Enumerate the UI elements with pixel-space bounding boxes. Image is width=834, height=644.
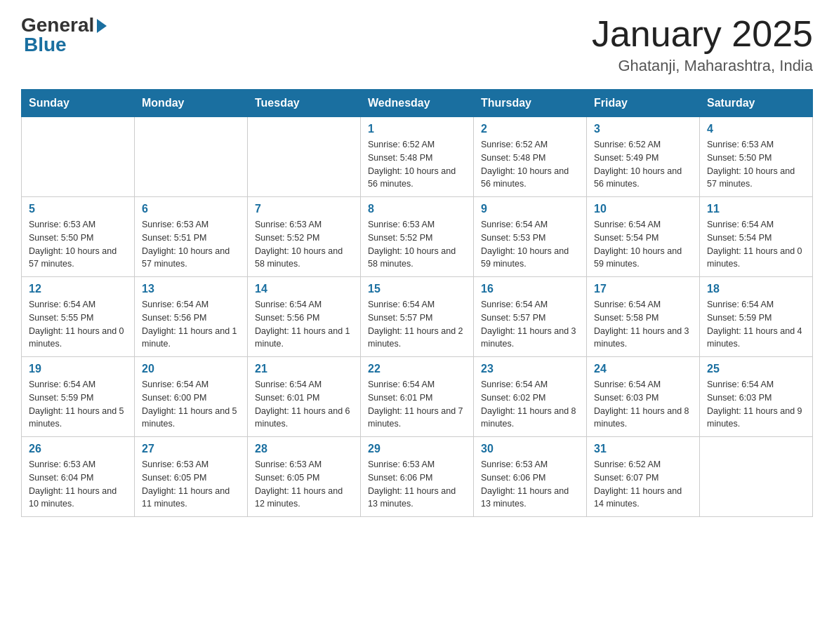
month-year-title: January 2025 xyxy=(592,14,813,54)
day-number: 30 xyxy=(481,443,579,455)
day-info: Sunrise: 6:54 AM Sunset: 5:58 PM Dayligh… xyxy=(594,298,692,351)
day-info: Sunrise: 6:53 AM Sunset: 5:51 PM Dayligh… xyxy=(142,218,240,271)
day-number: 9 xyxy=(481,203,579,215)
day-number: 22 xyxy=(368,363,466,375)
calendar-cell: 15Sunrise: 6:54 AM Sunset: 5:57 PM Dayli… xyxy=(361,277,474,357)
day-info: Sunrise: 6:52 AM Sunset: 5:48 PM Dayligh… xyxy=(368,138,466,191)
day-info: Sunrise: 6:54 AM Sunset: 5:57 PM Dayligh… xyxy=(368,298,466,351)
day-info: Sunrise: 6:54 AM Sunset: 5:54 PM Dayligh… xyxy=(594,218,692,271)
calendar-cell xyxy=(135,117,248,197)
calendar-cell: 14Sunrise: 6:54 AM Sunset: 5:56 PM Dayli… xyxy=(248,277,361,357)
calendar-cell: 6Sunrise: 6:53 AM Sunset: 5:51 PM Daylig… xyxy=(135,197,248,277)
calendar-cell: 16Sunrise: 6:54 AM Sunset: 5:57 PM Dayli… xyxy=(474,277,587,357)
calendar-cell: 27Sunrise: 6:53 AM Sunset: 6:05 PM Dayli… xyxy=(135,437,248,517)
calendar-cell: 4Sunrise: 6:53 AM Sunset: 5:50 PM Daylig… xyxy=(700,117,813,197)
header-cell-sunday: Sunday xyxy=(22,90,135,117)
day-info: Sunrise: 6:52 AM Sunset: 6:07 PM Dayligh… xyxy=(594,458,692,511)
calendar-cell: 28Sunrise: 6:53 AM Sunset: 6:05 PM Dayli… xyxy=(248,437,361,517)
calendar-body: 1Sunrise: 6:52 AM Sunset: 5:48 PM Daylig… xyxy=(22,117,813,517)
day-info: Sunrise: 6:54 AM Sunset: 5:59 PM Dayligh… xyxy=(707,298,805,351)
day-info: Sunrise: 6:54 AM Sunset: 6:00 PM Dayligh… xyxy=(142,378,240,431)
day-number: 1 xyxy=(368,123,466,135)
calendar-cell: 11Sunrise: 6:54 AM Sunset: 5:54 PM Dayli… xyxy=(700,197,813,277)
day-info: Sunrise: 6:53 AM Sunset: 5:52 PM Dayligh… xyxy=(255,218,353,271)
header-cell-wednesday: Wednesday xyxy=(361,90,474,117)
header-cell-tuesday: Tuesday xyxy=(248,90,361,117)
calendar-cell: 22Sunrise: 6:54 AM Sunset: 6:01 PM Dayli… xyxy=(361,357,474,437)
calendar-cell: 10Sunrise: 6:54 AM Sunset: 5:54 PM Dayli… xyxy=(587,197,700,277)
day-number: 11 xyxy=(707,203,805,215)
day-info: Sunrise: 6:53 AM Sunset: 5:50 PM Dayligh… xyxy=(29,218,127,271)
day-info: Sunrise: 6:54 AM Sunset: 6:02 PM Dayligh… xyxy=(481,378,579,431)
calendar-cell xyxy=(22,117,135,197)
day-number: 16 xyxy=(481,283,579,295)
header-cell-monday: Monday xyxy=(135,90,248,117)
calendar-week-1: 1Sunrise: 6:52 AM Sunset: 5:48 PM Daylig… xyxy=(22,117,813,197)
day-number: 28 xyxy=(255,443,353,455)
page-header: General Blue January 2025 Ghatanji, Maha… xyxy=(21,14,813,75)
day-info: Sunrise: 6:54 AM Sunset: 5:57 PM Dayligh… xyxy=(481,298,579,351)
calendar-cell: 2Sunrise: 6:52 AM Sunset: 5:48 PM Daylig… xyxy=(474,117,587,197)
day-info: Sunrise: 6:53 AM Sunset: 6:06 PM Dayligh… xyxy=(368,458,466,511)
day-info: Sunrise: 6:54 AM Sunset: 6:01 PM Dayligh… xyxy=(255,378,353,431)
day-number: 13 xyxy=(142,283,240,295)
calendar-cell: 18Sunrise: 6:54 AM Sunset: 5:59 PM Dayli… xyxy=(700,277,813,357)
day-info: Sunrise: 6:54 AM Sunset: 5:54 PM Dayligh… xyxy=(707,218,805,271)
day-info: Sunrise: 6:53 AM Sunset: 5:50 PM Dayligh… xyxy=(707,138,805,191)
calendar-cell: 20Sunrise: 6:54 AM Sunset: 6:00 PM Dayli… xyxy=(135,357,248,437)
day-info: Sunrise: 6:54 AM Sunset: 5:56 PM Dayligh… xyxy=(255,298,353,351)
day-number: 10 xyxy=(594,203,692,215)
day-info: Sunrise: 6:54 AM Sunset: 6:03 PM Dayligh… xyxy=(707,378,805,431)
calendar-cell: 24Sunrise: 6:54 AM Sunset: 6:03 PM Dayli… xyxy=(587,357,700,437)
header-cell-friday: Friday xyxy=(587,90,700,117)
logo: General Blue xyxy=(21,14,107,56)
day-number: 5 xyxy=(29,203,127,215)
calendar-cell: 1Sunrise: 6:52 AM Sunset: 5:48 PM Daylig… xyxy=(361,117,474,197)
day-number: 25 xyxy=(707,363,805,375)
day-info: Sunrise: 6:53 AM Sunset: 6:06 PM Dayligh… xyxy=(481,458,579,511)
day-number: 8 xyxy=(368,203,466,215)
calendar-cell: 7Sunrise: 6:53 AM Sunset: 5:52 PM Daylig… xyxy=(248,197,361,277)
day-info: Sunrise: 6:54 AM Sunset: 5:56 PM Dayligh… xyxy=(142,298,240,351)
day-number: 24 xyxy=(594,363,692,375)
calendar-week-2: 5Sunrise: 6:53 AM Sunset: 5:50 PM Daylig… xyxy=(22,197,813,277)
calendar-cell: 30Sunrise: 6:53 AM Sunset: 6:06 PM Dayli… xyxy=(474,437,587,517)
day-number: 29 xyxy=(368,443,466,455)
day-number: 3 xyxy=(594,123,692,135)
day-info: Sunrise: 6:53 AM Sunset: 6:05 PM Dayligh… xyxy=(255,458,353,511)
day-number: 20 xyxy=(142,363,240,375)
calendar-week-5: 26Sunrise: 6:53 AM Sunset: 6:04 PM Dayli… xyxy=(22,437,813,517)
calendar-cell: 17Sunrise: 6:54 AM Sunset: 5:58 PM Dayli… xyxy=(587,277,700,357)
day-info: Sunrise: 6:54 AM Sunset: 5:59 PM Dayligh… xyxy=(29,378,127,431)
header-row: SundayMondayTuesdayWednesdayThursdayFrid… xyxy=(22,90,813,117)
day-number: 4 xyxy=(707,123,805,135)
calendar-cell: 5Sunrise: 6:53 AM Sunset: 5:50 PM Daylig… xyxy=(22,197,135,277)
header-cell-thursday: Thursday xyxy=(474,90,587,117)
day-number: 17 xyxy=(594,283,692,295)
calendar-week-3: 12Sunrise: 6:54 AM Sunset: 5:55 PM Dayli… xyxy=(22,277,813,357)
calendar-cell: 9Sunrise: 6:54 AM Sunset: 5:53 PM Daylig… xyxy=(474,197,587,277)
calendar-cell xyxy=(248,117,361,197)
calendar-cell: 13Sunrise: 6:54 AM Sunset: 5:56 PM Dayli… xyxy=(135,277,248,357)
day-number: 21 xyxy=(255,363,353,375)
day-info: Sunrise: 6:54 AM Sunset: 5:53 PM Dayligh… xyxy=(481,218,579,271)
logo-arrow-icon xyxy=(97,19,107,33)
calendar-cell: 29Sunrise: 6:53 AM Sunset: 6:06 PM Dayli… xyxy=(361,437,474,517)
calendar-cell: 25Sunrise: 6:54 AM Sunset: 6:03 PM Dayli… xyxy=(700,357,813,437)
calendar-week-4: 19Sunrise: 6:54 AM Sunset: 5:59 PM Dayli… xyxy=(22,357,813,437)
calendar-cell: 23Sunrise: 6:54 AM Sunset: 6:02 PM Dayli… xyxy=(474,357,587,437)
calendar-cell xyxy=(700,437,813,517)
day-number: 26 xyxy=(29,443,127,455)
logo-blue-text: Blue xyxy=(21,34,107,56)
day-number: 18 xyxy=(707,283,805,295)
calendar-cell: 26Sunrise: 6:53 AM Sunset: 6:04 PM Dayli… xyxy=(22,437,135,517)
calendar-cell: 12Sunrise: 6:54 AM Sunset: 5:55 PM Dayli… xyxy=(22,277,135,357)
day-info: Sunrise: 6:52 AM Sunset: 5:48 PM Dayligh… xyxy=(481,138,579,191)
day-number: 14 xyxy=(255,283,353,295)
calendar-cell: 19Sunrise: 6:54 AM Sunset: 5:59 PM Dayli… xyxy=(22,357,135,437)
day-number: 19 xyxy=(29,363,127,375)
header-cell-saturday: Saturday xyxy=(700,90,813,117)
calendar-cell: 3Sunrise: 6:52 AM Sunset: 5:49 PM Daylig… xyxy=(587,117,700,197)
calendar-cell: 8Sunrise: 6:53 AM Sunset: 5:52 PM Daylig… xyxy=(361,197,474,277)
day-info: Sunrise: 6:54 AM Sunset: 6:01 PM Dayligh… xyxy=(368,378,466,431)
